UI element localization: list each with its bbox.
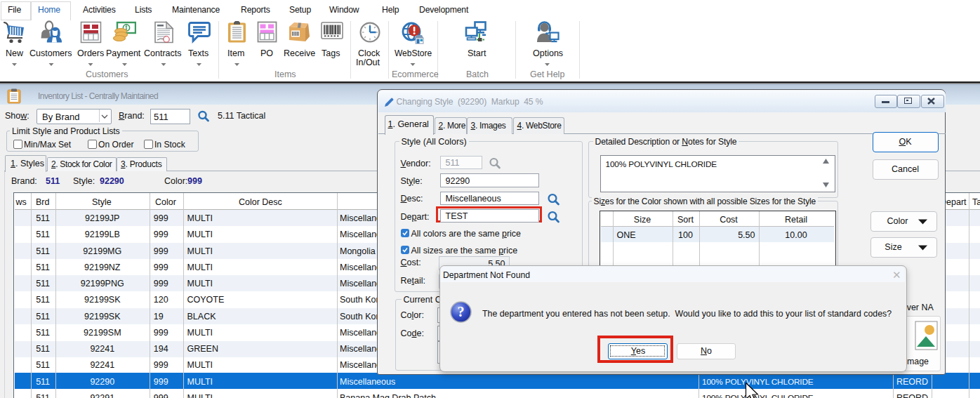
- svg-text:?: ?: [458, 304, 465, 319]
